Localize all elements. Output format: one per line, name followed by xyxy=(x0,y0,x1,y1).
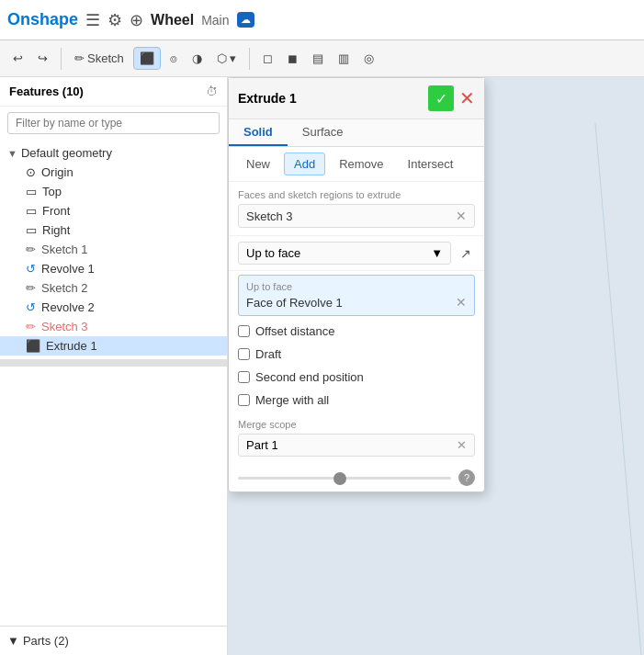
flip-direction-icon[interactable]: ↗ xyxy=(457,243,475,265)
sketch-button[interactable]: ✏ Sketch xyxy=(69,48,130,69)
extrude-dialog: Extrude 1 ✓ ✕ Solid Surface xyxy=(228,77,485,492)
slider-thumb[interactable] xyxy=(333,472,346,485)
end-type-value: Up to face xyxy=(246,246,300,260)
group-label: Default geometry xyxy=(21,146,112,160)
up-to-face-row: Face of Revolve 1 ✕ xyxy=(246,295,467,310)
operation-tabs: New Add Remove Intersect xyxy=(229,147,484,182)
sidebar-item-top[interactable]: ▭ Top xyxy=(0,182,227,201)
sidebar-item-sketch2[interactable]: ✏ Sketch 2 xyxy=(0,278,227,298)
tab-surface[interactable]: Surface xyxy=(288,119,358,146)
chevron-down-icon: ▼ xyxy=(431,246,443,260)
toolbar-separator-1 xyxy=(61,48,62,70)
offset-distance-row[interactable]: Offset distance xyxy=(229,320,484,343)
scroll-indicator xyxy=(0,359,227,367)
sketch-label: Sketch xyxy=(87,51,124,65)
confirm-button[interactable]: ✓ xyxy=(428,85,454,111)
merge-all-label: Merge with all xyxy=(255,393,329,407)
sketch-icon-3: ✏ xyxy=(26,320,36,333)
end-type-dropdown[interactable]: Up to face ▼ xyxy=(238,242,451,265)
faces-clear-icon[interactable]: ✕ xyxy=(456,209,467,223)
sidebar-item-revolve1[interactable]: ↺ Revolve 1 xyxy=(0,259,227,278)
op-tab-new[interactable]: New xyxy=(236,152,280,175)
type-tabs: Solid Surface xyxy=(229,119,484,147)
merge-all-row[interactable]: Merge with all xyxy=(229,389,484,412)
merge-scope-section: Merge scope Part 1 ✕ xyxy=(229,412,484,464)
draft-checkbox[interactable] xyxy=(238,348,250,360)
second-end-checkbox[interactable] xyxy=(238,371,250,383)
hamburger-icon[interactable]: ☰ xyxy=(85,10,100,30)
revolve2-label: Revolve 2 xyxy=(41,300,95,314)
up-to-face-box: Up to face Face of Revolve 1 ✕ xyxy=(238,275,475,316)
sketch-icon-1: ✏ xyxy=(26,243,36,256)
document-title: Wheel xyxy=(151,12,194,28)
sidebar-item-sketch1[interactable]: ✏ Sketch 1 xyxy=(0,240,227,259)
loft-button[interactable]: ⬡ ▾ xyxy=(211,48,243,69)
op-tab-remove[interactable]: Remove xyxy=(329,152,393,175)
plane-icon-right: ▭ xyxy=(26,223,37,237)
tool4-button[interactable]: ▥ xyxy=(333,48,355,69)
feature-tree: ▼ Default geometry ⊙ Origin ▭ Top ▭ Fron… xyxy=(0,140,227,626)
second-end-row[interactable]: Second end position xyxy=(229,366,484,389)
sidebar-item-revolve2[interactable]: ↺ Revolve 2 xyxy=(0,298,227,317)
parts-header[interactable]: ▼ Parts (2) xyxy=(7,634,220,648)
sidebar-header: Features (10) ⏱ xyxy=(0,77,227,107)
slider-row: ? xyxy=(229,464,484,491)
top-label: Top xyxy=(42,185,62,198)
redo-button[interactable]: ↪ xyxy=(32,48,53,69)
up-to-face-value: Face of Revolve 1 xyxy=(246,296,343,310)
undo-button[interactable]: ↩ xyxy=(7,48,28,69)
up-to-face-label: Up to face xyxy=(246,281,467,292)
faces-section: Faces and sketch regions to extrude Sket… xyxy=(229,182,484,236)
tool3-button[interactable]: ▤ xyxy=(307,48,329,69)
filter-icon[interactable]: ⚙ xyxy=(107,10,122,30)
draft-row[interactable]: Draft xyxy=(229,343,484,366)
sidebar-item-front[interactable]: ▭ Front xyxy=(0,201,227,220)
end-type-selector: Up to face ▼ ↗ xyxy=(229,236,484,271)
sketch3-label: Sketch 3 xyxy=(41,320,88,333)
faces-field[interactable]: Sketch 3 ✕ xyxy=(238,204,475,228)
tool5-button[interactable]: ◎ xyxy=(358,48,379,69)
tool2-button[interactable]: ◼ xyxy=(282,48,303,69)
revolve-icon-1: ↺ xyxy=(26,262,36,276)
dialog-title: Extrude 1 xyxy=(238,91,297,106)
merge-all-checkbox[interactable] xyxy=(238,394,250,406)
cloud-icon: ☁ xyxy=(237,12,254,28)
merge-scope-value: Part 1 xyxy=(246,438,278,452)
sidebar-item-origin[interactable]: ⊙ Origin xyxy=(0,163,227,182)
up-to-face-clear-icon[interactable]: ✕ xyxy=(456,295,467,310)
origin-label: Origin xyxy=(41,165,73,179)
viewport[interactable]: Extrude 1 ✓ ✕ Solid Surface xyxy=(228,77,644,655)
merge-scope-clear-icon[interactable]: ✕ xyxy=(457,438,467,452)
tab-solid[interactable]: Solid xyxy=(229,119,288,146)
addtools-icon[interactable]: ⊕ xyxy=(130,10,143,30)
revolve-button[interactable]: ⌾ xyxy=(164,48,183,69)
op-tab-add[interactable]: Add xyxy=(284,152,325,175)
revolve1-label: Revolve 1 xyxy=(41,262,95,276)
tool1-button[interactable]: ◻ xyxy=(257,48,278,69)
sidebar-item-extrude1[interactable]: ⬛ Extrude 1 xyxy=(0,336,227,356)
draft-label: Draft xyxy=(255,347,281,361)
revolve-icon-2: ↺ xyxy=(26,300,36,314)
toolbar-separator-2 xyxy=(249,48,250,70)
parts-label: Parts (2) xyxy=(23,634,69,648)
extrude-icon: ⬛ xyxy=(26,339,40,353)
main-area: Features (10) ⏱ ▼ Default geometry ⊙ Ori… xyxy=(0,77,644,655)
sidebar-item-sketch3[interactable]: ✏ Sketch 3 xyxy=(0,317,227,336)
op-tab-intersect[interactable]: Intersect xyxy=(398,152,464,175)
help-icon[interactable]: ? xyxy=(458,469,475,486)
clock-icon[interactable]: ⏱ xyxy=(206,85,218,98)
sidebar: Features (10) ⏱ ▼ Default geometry ⊙ Ori… xyxy=(0,77,228,655)
extrude-button[interactable]: ⬛ xyxy=(133,47,161,70)
default-geometry-group[interactable]: ▼ Default geometry xyxy=(0,143,227,163)
plane-icon-top: ▭ xyxy=(26,185,37,198)
plane-icon-front: ▭ xyxy=(26,204,37,218)
topbar: Onshape ☰ ⚙ ⊕ Wheel Main ☁ xyxy=(0,0,644,40)
offset-distance-checkbox[interactable] xyxy=(238,325,250,337)
sidebar-item-right[interactable]: ▭ Right xyxy=(0,220,227,240)
cancel-button[interactable]: ✕ xyxy=(459,85,475,111)
merge-scope-field[interactable]: Part 1 ✕ xyxy=(238,434,475,457)
filter-input[interactable] xyxy=(7,112,220,134)
extrude1-label: Extrude 1 xyxy=(46,339,97,353)
sweep-button[interactable]: ◑ xyxy=(186,48,208,69)
dialog-header: Extrude 1 ✓ ✕ xyxy=(229,78,484,119)
